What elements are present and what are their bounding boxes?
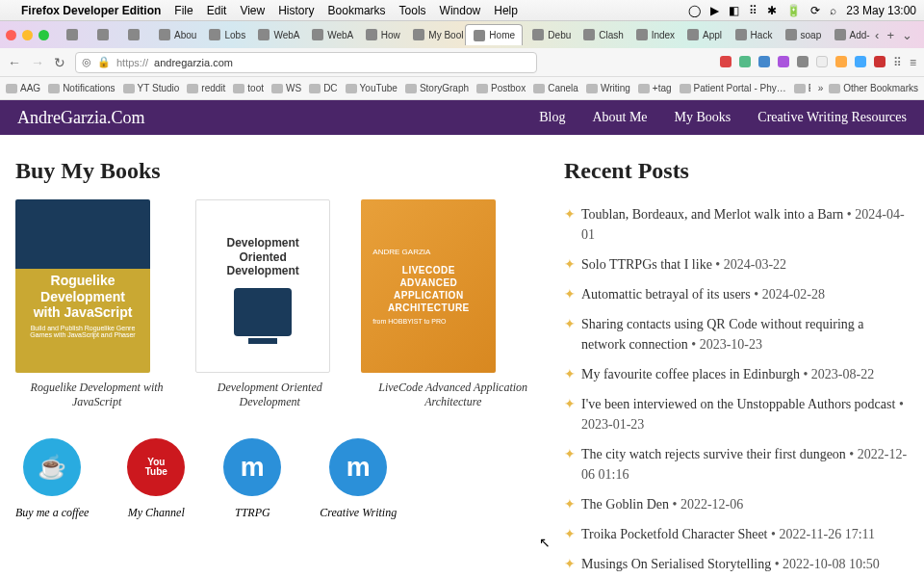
bookmark-item[interactable]: YT Studio <box>123 83 180 93</box>
forward-button[interactable]: → <box>31 55 44 70</box>
bookmark-item[interactable]: Postbox <box>476 83 526 93</box>
ext-icon[interactable] <box>778 56 789 67</box>
browser-tab[interactable] <box>120 24 149 45</box>
browser-tab[interactable] <box>59 24 88 45</box>
bookmark-item[interactable]: WS <box>271 83 301 93</box>
bookmark-item[interactable]: YouTube <box>346 83 398 93</box>
post-item[interactable]: ✦Troika Pocketfold Character Sheet • 202… <box>564 519 909 549</box>
tab-overflow-button[interactable]: ⌄ <box>902 28 912 42</box>
bookmark-item[interactable]: toot <box>233 83 264 93</box>
menu-file[interactable]: File <box>174 4 192 17</box>
site-logo[interactable]: AndreGarzia.Com <box>17 108 144 128</box>
browser-tab[interactable]: Index <box>629 24 678 45</box>
bookmark-item[interactable]: Canela <box>533 83 578 93</box>
ext-icon[interactable] <box>720 56 732 67</box>
bluetooth-icon[interactable]: ✱ <box>767 4 777 17</box>
ext-icon[interactable] <box>739 56 751 67</box>
menu-view[interactable]: View <box>240 4 265 17</box>
social-mastodon-ttrpg[interactable]: m TTRPG <box>223 438 281 520</box>
minimize-window-button[interactable] <box>22 30 33 40</box>
book-item[interactable]: Development Oriented Development Develop… <box>195 199 344 409</box>
browser-tab[interactable]: Appl <box>680 24 726 45</box>
ext-icon[interactable] <box>835 56 847 67</box>
browser-tab[interactable]: My Book <box>405 24 463 45</box>
post-item[interactable]: ✦Automattic betrayal of its users • 2024… <box>564 279 909 309</box>
browser-tab[interactable]: Hack <box>728 24 776 45</box>
book-item[interactable]: Roguelike Development with JavaScript Bu… <box>15 199 178 409</box>
overflow-icon[interactable]: » <box>818 83 824 93</box>
url-input[interactable]: ◎ 🔒 https://andregarzia.com <box>75 52 537 73</box>
tab-label: Hack <box>751 30 773 40</box>
post-item[interactable]: ✦I've been interviewed on the Unstoppabl… <box>564 389 909 439</box>
ext-icon[interactable] <box>816 56 828 67</box>
spotlight-icon[interactable]: ⌕ <box>830 4 836 17</box>
app-name[interactable]: Firefox Developer Edition <box>21 4 161 17</box>
post-item[interactable]: ✦Sharing contacts using QR Code without … <box>564 309 909 359</box>
bookmark-item[interactable]: reddit <box>187 83 225 93</box>
status-icon[interactable]: ▶ <box>710 4 719 17</box>
prev-tab-button[interactable]: ‹ <box>875 28 879 42</box>
close-window-button[interactable] <box>6 30 16 40</box>
browser-tab[interactable]: Debu <box>525 24 574 45</box>
browser-tab[interactable]: WebA <box>304 24 356 45</box>
browser-tab[interactable]: WebA <box>250 24 302 45</box>
bookmark-item[interactable]: Patient Portal - Phy… <box>680 83 786 93</box>
bookmark-item[interactable]: +tag <box>638 83 672 93</box>
browser-tab[interactable]: Abou <box>151 24 199 45</box>
post-item[interactable]: ✦Toublan, Bordeaux, and Merlot walk into… <box>564 199 909 250</box>
bookmark-item[interactable]: Exercises to help wi… <box>794 83 810 93</box>
ublock-icon[interactable] <box>874 56 886 67</box>
social-youtube[interactable]: YouTube My Channel <box>127 438 185 520</box>
status-icon[interactable]: ◯ <box>688 4 701 17</box>
book-item[interactable]: ANDRE GARZIA LIVECODE ADVANCED APPLICATI… <box>361 199 545 409</box>
post-item[interactable]: ✦The city watch rejects survive their fi… <box>564 439 909 489</box>
post-item[interactable]: ✦My favourite coffee places in Edinburgh… <box>564 359 909 389</box>
menu-icon[interactable]: ≡ <box>910 56 916 69</box>
post-item[interactable]: ✦Solo TTRPGs that I like • 2024-03-22 <box>564 250 909 279</box>
menu-bookmarks[interactable]: Bookmarks <box>328 4 386 17</box>
menu-history[interactable]: History <box>278 4 314 17</box>
browser-tab[interactable]: Lobs <box>201 24 248 45</box>
ext-icon[interactable] <box>797 56 808 67</box>
post-item[interactable]: ✦The Goblin Den • 2022-12-06 <box>564 489 909 519</box>
status-icon[interactable]: ◧ <box>729 4 739 17</box>
browser-tab[interactable]: soap <box>778 24 825 45</box>
battery-icon[interactable]: 🔋 <box>786 4 801 17</box>
bookmark-item[interactable]: StoryGraph <box>405 83 469 93</box>
tab-label: My Book <box>428 30 463 40</box>
extensions-icon[interactable]: ⠿ <box>893 56 902 69</box>
sync-icon[interactable]: ⟳ <box>810 4 820 17</box>
bookmark-item[interactable]: DC <box>309 83 337 93</box>
post-item[interactable]: ✦Musings On Serialised Storytelling • 20… <box>564 549 909 578</box>
browser-tab[interactable]: Home× <box>465 24 523 45</box>
browser-tab[interactable]: Clash <box>576 24 626 45</box>
back-button[interactable]: ← <box>8 55 21 70</box>
other-bookmarks[interactable]: Other Bookmarks <box>829 83 918 93</box>
reload-button[interactable]: ↻ <box>54 55 65 70</box>
new-tab-button[interactable]: + <box>886 28 894 42</box>
bookmark-item[interactable]: AAG <box>6 83 40 93</box>
clock[interactable]: 23 May 13:00 <box>846 4 916 17</box>
nav-books[interactable]: My Books <box>675 110 732 125</box>
bookmark-item[interactable]: Notifications <box>48 83 115 93</box>
post-title: I've been interviewed on the Unstoppable… <box>581 397 895 411</box>
browser-tab[interactable]: Add- <box>827 24 874 45</box>
nav-writing[interactable]: Creative Writing Resources <box>757 110 907 125</box>
menu-tools[interactable]: Tools <box>399 4 426 17</box>
shield-icon[interactable]: ◎ <box>82 56 91 68</box>
social-kofi[interactable]: ☕ Buy me a coffee <box>15 438 89 520</box>
ext-icon[interactable] <box>855 56 866 67</box>
menu-help[interactable]: Help <box>494 4 518 17</box>
nav-blog[interactable]: Blog <box>539 110 565 125</box>
browser-tab[interactable]: How <box>358 24 404 45</box>
menu-edit[interactable]: Edit <box>207 4 227 17</box>
maximize-window-button[interactable] <box>38 30 49 40</box>
nav-about[interactable]: About Me <box>592 110 647 125</box>
tab-label: Appl <box>703 30 722 40</box>
social-mastodon-writing[interactable]: m Creative Writing <box>320 438 397 520</box>
ext-icon[interactable] <box>758 56 770 67</box>
browser-tab[interactable] <box>90 24 118 45</box>
status-icon[interactable]: ⠿ <box>749 4 757 17</box>
bookmark-item[interactable]: Writing <box>586 83 630 93</box>
menu-window[interactable]: Window <box>440 4 481 17</box>
